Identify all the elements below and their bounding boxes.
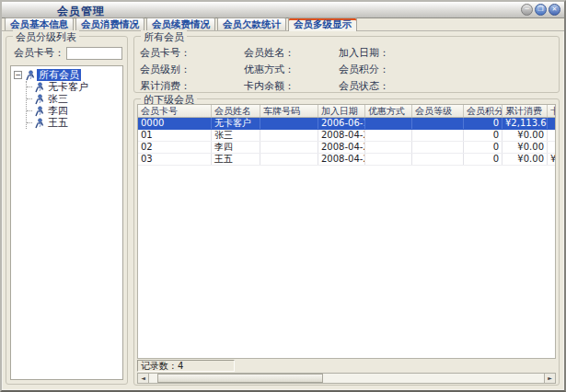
tab-bar: 会员基本信息会员消费情况会员续费情况会员欠款统计会员多级显示 (2, 18, 564, 31)
table-cell (548, 142, 555, 153)
column-header-1[interactable]: 会员姓名 (212, 105, 260, 117)
info-field-label-8: 会员状态： (339, 79, 553, 93)
tab-2[interactable]: 会员续费情况 (146, 17, 215, 30)
tree-connector (27, 98, 32, 99)
minimize-icon[interactable]: ─ (521, 4, 533, 16)
member-info-groupbox-title: 所有会员 (141, 30, 187, 44)
table-row-0[interactable]: 0000无卡客户2006-06-150¥2,113.66 (138, 118, 555, 130)
tree-node-child-2[interactable]: 李四 (27, 105, 122, 117)
table-row-1[interactable]: 01张三2008-04-230¥0.00 (138, 130, 555, 142)
record-count-box: 记录数：4 (137, 360, 235, 372)
table-cell (260, 130, 318, 141)
card-number-input[interactable] (66, 47, 122, 60)
table-cell: 0 (464, 142, 502, 153)
table-cell (260, 154, 318, 165)
table-cell (365, 142, 412, 153)
table-row-2[interactable]: 02李四2008-04-230¥0.00 (138, 142, 555, 154)
record-count-label: 记录数： (141, 361, 178, 371)
table-cell: 无卡客户 (212, 118, 260, 129)
table-cell: 2006-06-15 (318, 118, 365, 129)
tree-node-child-1[interactable]: 张三 (27, 93, 122, 105)
close-icon[interactable]: ✕ (549, 4, 560, 16)
sub-member-groupbox: 的下级会员 会员卡号会员姓名车牌号码加入日期优惠方式会员等级会员积分累计消费卡内… (133, 98, 560, 386)
tree-node-child-0[interactable]: 无卡客户 (27, 81, 122, 93)
tree-connector (27, 122, 32, 123)
member-icon (33, 118, 44, 129)
window-controls: ─ ❐ ✕ (521, 4, 560, 16)
table-cell (412, 154, 464, 165)
table-cell (260, 118, 318, 129)
tree-node-child-3[interactable]: 王五 (27, 117, 122, 129)
member-tree-groupbox: 会员分级列表 会员卡号： −所有会员无卡客户张三李四王五 (6, 36, 128, 385)
column-header-6[interactable]: 会员积分 (464, 105, 502, 117)
column-header-2[interactable]: 车牌号码 (260, 105, 318, 117)
table-cell: 03 (138, 154, 212, 165)
member-table-header: 会员卡号会员姓名车牌号码加入日期优惠方式会员等级会员积分累计消费卡内 (138, 105, 555, 118)
table-cell: ¥0.00 (502, 142, 548, 153)
member-table: 会员卡号会员姓名车牌号码加入日期优惠方式会员等级会员积分累计消费卡内 0000无… (137, 104, 556, 359)
table-cell (548, 118, 555, 129)
tree-node-root[interactable]: −所有会员 (14, 69, 122, 81)
info-field-label-6: 累计消费： (140, 79, 244, 93)
tree-node-label: 李四 (46, 105, 70, 117)
horizontal-scrollbar[interactable]: ◄ ► (137, 373, 556, 384)
info-field-label-2: 加入日期： (339, 46, 553, 60)
member-info-form: 会员卡号：会员姓名：加入日期：会员级别：优惠方式：会员积分：累计消费：卡内余额：… (140, 44, 553, 90)
tab-0[interactable]: 会员基本信息 (5, 17, 74, 30)
table-cell: ¥0.00 (502, 154, 548, 165)
scroll-right-icon[interactable]: ► (544, 374, 555, 383)
scrollbar-thumb[interactable] (157, 374, 323, 383)
table-cell: 李四 (212, 142, 260, 153)
member-management-window: 会员管理 ─ ❐ ✕ 会员基本信息会员消费情况会员续费情况会员欠款统计会员多级显… (0, 0, 566, 392)
table-cell (365, 154, 412, 165)
card-search-row: 会员卡号： (14, 46, 122, 60)
record-count-value: 4 (178, 361, 183, 371)
table-cell (412, 130, 464, 141)
member-icon (24, 70, 35, 81)
table-cell: 02 (138, 142, 212, 153)
maximize-icon[interactable]: ❐ (535, 4, 547, 16)
column-header-0[interactable]: 会员卡号 (138, 105, 212, 117)
table-cell: 2008-04-23 (318, 142, 365, 153)
tab-3[interactable]: 会员欠款统计 (217, 17, 286, 30)
table-cell: ¥2,113.66 (502, 118, 548, 129)
column-header-3[interactable]: 加入日期 (318, 105, 365, 117)
column-header-5[interactable]: 会员等级 (412, 105, 464, 117)
table-cell: 0 (464, 130, 502, 141)
table-cell (260, 142, 318, 153)
tree-node-label: 王五 (46, 117, 70, 129)
content-area: 会员分级列表 会员卡号： −所有会员无卡客户张三李四王五 所有会员 会员卡号：会… (4, 32, 562, 387)
table-cell: ¥ (548, 154, 555, 165)
info-field-label-3: 会员级别： (140, 63, 244, 76)
table-row-3[interactable]: 03王五2008-04-230¥0.00¥ (138, 154, 555, 166)
tree-node-label: 张三 (46, 93, 70, 105)
member-tree[interactable]: −所有会员无卡客户张三李四王五 (10, 65, 123, 380)
tree-connector (27, 86, 32, 87)
card-number-label: 会员卡号： (14, 46, 64, 60)
column-header-4[interactable]: 优惠方式 (365, 105, 412, 117)
tree-children: 无卡客户张三李四王五 (26, 81, 122, 129)
tree-connector (27, 110, 32, 111)
tab-4-active[interactable]: 会员多级显示 (288, 17, 357, 31)
table-cell (412, 142, 464, 153)
title-bar[interactable]: 会员管理 ─ ❐ ✕ (2, 2, 564, 18)
member-table-body: 0000无卡客户2006-06-150¥2,113.6601张三2008-04-… (138, 118, 555, 166)
tab-1[interactable]: 会员消费情况 (75, 17, 144, 30)
info-field-label-4: 优惠方式： (244, 63, 339, 76)
member-icon (33, 106, 44, 117)
table-cell: 2008-04-23 (318, 130, 365, 141)
scroll-left-icon[interactable]: ◄ (138, 374, 149, 383)
table-cell (365, 118, 412, 129)
tree-expander-icon[interactable]: − (14, 71, 22, 79)
table-cell: 01 (138, 130, 212, 141)
table-cell: 王五 (212, 154, 260, 165)
info-field-label-7: 卡内余额： (244, 79, 339, 93)
column-header-8[interactable]: 卡内 (548, 105, 555, 117)
member-icon (33, 82, 44, 93)
table-cell (365, 130, 412, 141)
table-cell: ¥0.00 (502, 130, 548, 141)
table-cell: 2008-04-23 (318, 154, 365, 165)
table-cell (548, 130, 555, 141)
column-header-7[interactable]: 累计消费 (502, 105, 548, 117)
scrollbar-track[interactable] (149, 374, 544, 383)
